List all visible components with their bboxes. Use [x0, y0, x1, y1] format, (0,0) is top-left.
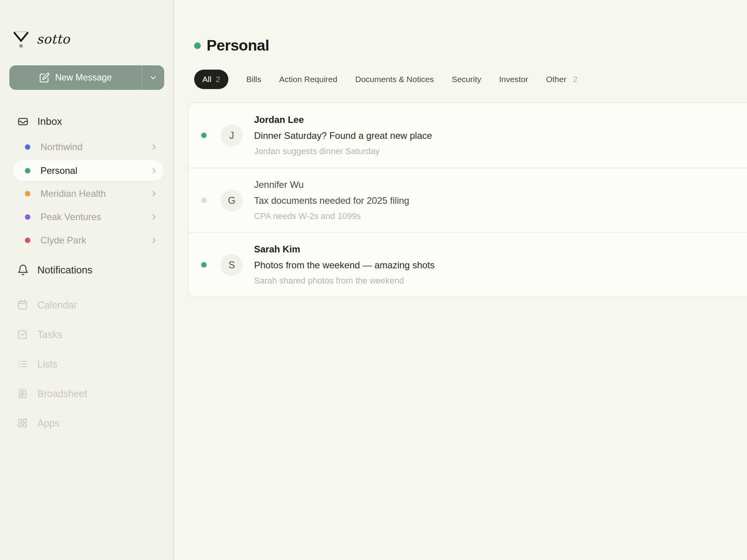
tab-bills[interactable]: Bills — [246, 75, 261, 84]
message-subject: Photos from the weekend — amazing shots — [254, 257, 435, 273]
mailbox-color-dot — [194, 42, 201, 49]
account-dot — [25, 191, 30, 196]
message-snippet: CPA needs W-2s and 1099s — [254, 208, 409, 224]
message-sender: Jennifer Wu — [254, 177, 409, 192]
sidebar-item-calendar[interactable]: Calendar — [0, 290, 173, 320]
calendar-label: Calendar — [37, 299, 77, 311]
bell-icon — [17, 264, 29, 276]
tab-count: 2 — [216, 75, 220, 84]
compose-icon — [39, 72, 50, 83]
sidebar-item-notifications[interactable]: Notifications — [0, 261, 173, 279]
sidebar: sotto New Message — [0, 0, 174, 560]
tab-other[interactable]: Other 2 — [546, 75, 577, 84]
sidebar-item-personal[interactable]: Personal — [13, 160, 164, 181]
account-dot — [25, 238, 30, 243]
message-text: Jordan Lee Dinner Saturday? Found a grea… — [254, 112, 432, 159]
message-subject: Dinner Saturday? Found a great new place — [254, 128, 432, 144]
apps-label: Apps — [37, 418, 60, 429]
check-square-icon — [17, 329, 28, 340]
message-sender: Jordan Lee — [254, 112, 432, 128]
filter-tabs: All 2 Bills Action Required Documents & … — [194, 70, 578, 89]
tab-security[interactable]: Security — [452, 75, 481, 84]
account-dot — [25, 214, 30, 220]
new-message-dropdown[interactable] — [142, 65, 164, 90]
message-row-jordan-lee[interactable]: J Jordan Lee Dinner Saturday? Found a gr… — [189, 103, 747, 168]
tab-all[interactable]: All 2 — [194, 70, 228, 89]
page-header: Personal — [194, 37, 269, 54]
read-dot — [201, 198, 207, 203]
sidebar-item-tasks[interactable]: Tasks — [0, 320, 173, 349]
avatar: J — [221, 124, 243, 147]
tab-investor[interactable]: Investor — [499, 75, 528, 84]
sidebar-item-inbox[interactable]: Inbox — [0, 112, 173, 131]
app-name: sotto — [37, 32, 70, 47]
list-icon — [17, 359, 28, 369]
account-name: Northwind — [40, 142, 150, 152]
account-name: Personal — [40, 165, 150, 176]
new-message-main[interactable]: New Message — [9, 65, 142, 90]
avatar: S — [221, 254, 243, 276]
message-row-jennifer-wu[interactable]: G Jennifer Wu Tax documents needed for 2… — [189, 168, 747, 232]
sidebar-item-broadsheet[interactable]: Broadsheet — [0, 379, 173, 408]
tab-label: Documents & Notices — [355, 75, 434, 84]
tab-label: Other — [546, 75, 566, 84]
message-text: Sarah Kim Photos from the weekend — amaz… — [254, 242, 435, 289]
app-logo: sotto — [12, 28, 70, 50]
sidebar-item-lists[interactable]: Lists — [0, 349, 173, 379]
chevron-right-icon — [150, 143, 158, 151]
inbox-account-list: Northwind Personal Meridian Health — [0, 135, 173, 252]
unread-dot — [201, 262, 207, 268]
new-message-button[interactable]: New Message — [9, 65, 164, 90]
broadsheet-label: Broadsheet — [37, 388, 87, 399]
sotto-funnel-logo-icon — [12, 28, 30, 50]
tab-label: Action Required — [279, 75, 337, 84]
inbox-label: Inbox — [37, 116, 62, 128]
inbox-tray-icon — [17, 116, 29, 127]
message-text: Jennifer Wu Tax documents needed for 202… — [254, 177, 409, 224]
chevron-right-icon — [150, 166, 158, 175]
new-message-label: New Message — [55, 72, 112, 83]
avatar: G — [221, 189, 243, 212]
tab-documents-notices[interactable]: Documents & Notices — [355, 75, 434, 84]
sidebar-item-meridian-health[interactable]: Meridian Health — [13, 182, 164, 205]
message-row-sarah-kim[interactable]: S Sarah Kim Photos from the weekend — am… — [189, 232, 747, 297]
account-dot — [25, 168, 30, 173]
account-dot — [25, 144, 30, 150]
account-name: Peak Ventures — [40, 212, 150, 222]
message-snippet: Sarah shared photos from the weekend — [254, 273, 435, 289]
chevron-right-icon — [150, 213, 158, 221]
unread-dot — [201, 133, 207, 138]
message-sender: Sarah Kim — [254, 242, 435, 257]
sidebar-item-peak-ventures[interactable]: Peak Ventures — [13, 205, 164, 229]
tab-label: Investor — [499, 75, 528, 84]
calendar-icon — [17, 299, 28, 310]
tab-count: 2 — [573, 75, 578, 84]
sidebar-item-clyde-park[interactable]: Clyde Park — [13, 229, 164, 252]
tab-action-required[interactable]: Action Required — [279, 75, 337, 84]
account-name: Meridian Health — [40, 188, 150, 199]
chevron-down-icon — [149, 74, 158, 82]
message-subject: Tax documents needed for 2025 filing — [254, 192, 409, 208]
sidebar-item-northwind[interactable]: Northwind — [13, 135, 164, 159]
tab-label: Security — [452, 75, 481, 84]
main-content: Personal All 2 Bills Action Required Doc… — [174, 0, 747, 560]
grid-icon — [17, 418, 28, 429]
account-name: Clyde Park — [40, 235, 150, 246]
message-snippet: Jordan suggests dinner Saturday — [254, 144, 432, 159]
sidebar-tools: Calendar Tasks Lists — [0, 290, 173, 438]
page-title: Personal — [207, 37, 269, 54]
sidebar-item-apps[interactable]: Apps — [0, 408, 173, 438]
news-document-icon — [17, 388, 28, 399]
lists-label: Lists — [37, 359, 57, 370]
tab-label: Bills — [246, 75, 261, 84]
chevron-right-icon — [150, 236, 158, 245]
sidebar-nav: Inbox Northwind Personal Meridian Health — [0, 112, 173, 279]
tab-label: All — [202, 75, 211, 84]
notifications-label: Notifications — [37, 264, 93, 276]
chevron-right-icon — [150, 189, 158, 198]
message-list: J Jordan Lee Dinner Saturday? Found a gr… — [188, 102, 747, 298]
tasks-label: Tasks — [37, 329, 62, 340]
